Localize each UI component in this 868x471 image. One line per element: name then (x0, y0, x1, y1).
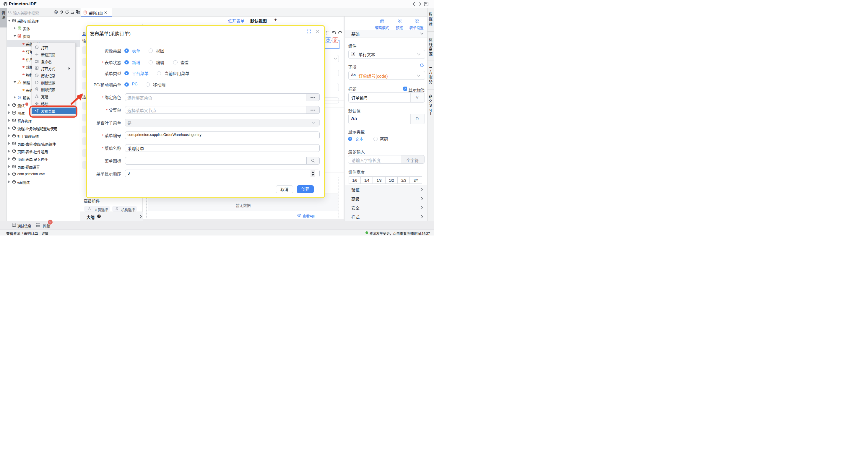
svg-text:AI: AI (55, 11, 57, 13)
svg-text:文: 文 (78, 11, 80, 14)
svg-text:A: A (352, 53, 354, 56)
